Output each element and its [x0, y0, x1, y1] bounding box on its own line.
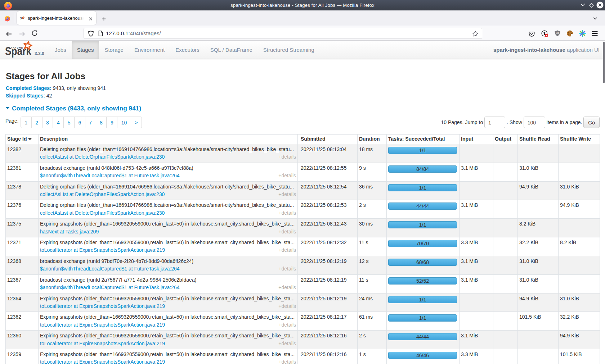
svg-text:APACHE: APACHE — [10, 46, 23, 49]
svg-text:UO: UO — [556, 32, 559, 34]
